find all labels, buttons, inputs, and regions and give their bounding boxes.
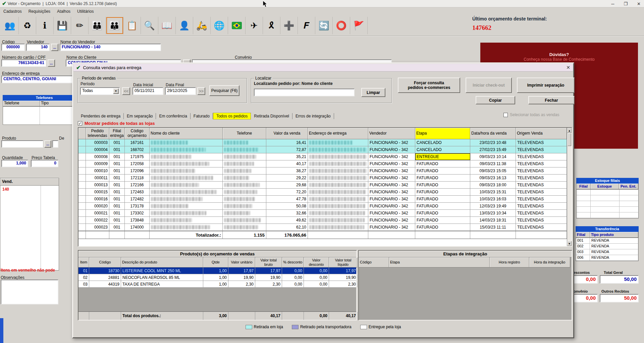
- order-row[interactable]: 00000800117197535,21FUNCIONARIO - 342ENT…: [78, 153, 567, 160]
- menu-atalhos[interactable]: Atalhos: [54, 8, 74, 15]
- produto-un-field[interactable]: [52, 140, 58, 148]
- prev-period-button[interactable]: <<: [122, 87, 130, 95]
- orders-col-header[interactable]: Origem Venda: [516, 128, 567, 139]
- product-row[interactable]: 0118730LISTERINE COOL MINT 250 ML1,0017,…: [78, 267, 356, 274]
- dart-icon[interactable]: ✈: [246, 17, 263, 34]
- order-row[interactable]: 00000400116870272,87FUNCIONARIO - 342CAN…: [78, 146, 567, 153]
- save-icon[interactable]: 💾: [54, 17, 71, 34]
- orders-col-header[interactable]: Código orçamento: [125, 128, 150, 139]
- produto-field[interactable]: [1, 140, 43, 148]
- orders-col-header[interactable]: Data/hora da venda: [470, 128, 516, 139]
- catalog-icon[interactable]: 📖: [158, 17, 176, 34]
- person-icon[interactable]: 👤: [176, 17, 193, 34]
- products-col-header[interactable]: Qtde: [203, 257, 228, 267]
- data-inicial-field[interactable]: 05/11/2021: [132, 87, 163, 95]
- produto-lookup-button[interactable]: ...: [44, 140, 51, 148]
- order-row[interactable]: 00002300117400062,10FUNCIONARIO - 342FAT…: [78, 224, 567, 231]
- orders-scrollbar[interactable]: ▲ ▼: [567, 128, 572, 246]
- close-button[interactable]: ✕: [637, 1, 641, 6]
- order-row[interactable]: 00001000117209638,27FUNCIONARIO - 342FAT…: [78, 167, 567, 175]
- vendedor-lookup-button[interactable]: ...: [51, 44, 58, 51]
- periodo-dropdown-arrow[interactable]: ▼: [113, 88, 119, 94]
- orders-col-header[interactable]: Filial entrega: [109, 128, 125, 139]
- integration-col-header[interactable]: Etapa: [389, 257, 490, 267]
- integration-col-header[interactable]: Código: [359, 257, 389, 267]
- products-col-header[interactable]: Valor total líquido: [329, 257, 358, 267]
- tab-em-confer-ncia[interactable]: Em conferência: [156, 113, 190, 119]
- dialog-close-button[interactable]: ✕: [566, 65, 570, 70]
- estoque-col-header[interactable]: Estoque: [591, 184, 619, 189]
- codigo-field[interactable]: 000000: [1, 44, 25, 51]
- orders-col-header[interactable]: Etapa: [415, 128, 470, 139]
- menu-cadastros[interactable]: Cadastros: [0, 8, 25, 15]
- preco-field[interactable]: 0: [31, 160, 58, 167]
- scroll-down-arrow[interactable]: ▼: [567, 241, 572, 246]
- pesquisar-button[interactable]: Pesquisar (F6): [209, 85, 239, 96]
- transferencia-row[interactable]: 002REVENDA: [576, 244, 638, 249]
- localizar-input[interactable]: [254, 89, 355, 96]
- copy-doc-icon[interactable]: 📋: [123, 17, 141, 34]
- next-period-button[interactable]: >>: [197, 87, 205, 95]
- products-col-header[interactable]: Código: [89, 257, 121, 267]
- iniciar-checkout-button[interactable]: Iniciar check-out: [466, 78, 512, 93]
- transferencia-row[interactable]: 003REVENDA: [576, 249, 638, 255]
- brazil-flag-icon[interactable]: [228, 17, 246, 34]
- sync-green-icon[interactable]: ♻: [19, 17, 36, 34]
- vendedor-field[interactable]: 140: [26, 44, 50, 51]
- group-selected-icon[interactable]: 👪: [106, 17, 123, 34]
- estoque-col-header[interactable]: Pen. Ent.: [619, 184, 638, 189]
- products-col-header[interactable]: Descrição do produto: [121, 257, 203, 267]
- globe-icon[interactable]: 🌐: [211, 17, 228, 34]
- tab-em-separa-o[interactable]: Em separação: [124, 113, 156, 119]
- scroll-thumb[interactable]: [568, 133, 571, 146]
- order-row[interactable]: 00001100117211829,22FUNCIONARIO - 342FAT…: [78, 175, 567, 182]
- orders-col-header[interactable]: Pedido televendas: [86, 128, 109, 139]
- scroll-up-arrow[interactable]: ▲: [567, 128, 572, 133]
- menu-requisições[interactable]: Requisições: [25, 8, 54, 15]
- transferencia-col-header[interactable]: Tipo produto: [590, 232, 638, 238]
- tab-erros-de-integra-o[interactable]: Erros de integração: [292, 113, 334, 119]
- nome-vendedor-field[interactable]: FUNCIONARIO - 140: [60, 44, 161, 51]
- products-col-header[interactable]: % desconto: [282, 257, 304, 267]
- order-row[interactable]: 00000900117205840,17FUNCIONARIO - 342FAT…: [78, 160, 567, 167]
- order-row[interactable]: 00002000117317850,08FUNCIONARIO - 342FAT…: [78, 203, 567, 210]
- transferencia-col-header[interactable]: Filial: [576, 232, 590, 238]
- delivery-icon[interactable]: 🛵: [193, 17, 211, 34]
- estoque-col-header[interactable]: Filial: [577, 184, 591, 189]
- ring-icon[interactable]: ⭕: [333, 17, 350, 34]
- order-row[interactable]: 00001500117246372,20FUNCIONARIO - 342FAT…: [78, 189, 567, 196]
- maximize-button[interactable]: ❐: [624, 1, 628, 6]
- group-icon[interactable]: 👪: [89, 17, 106, 34]
- mostrar-pedidos-checkbox-box[interactable]: ✓: [78, 121, 82, 126]
- vend-header[interactable]: Vend.: [0, 178, 59, 186]
- cartao-field[interactable]: 766134343-61: [1, 59, 46, 67]
- observacoes-field[interactable]: [1, 280, 58, 304]
- quantidade-field[interactable]: 1,000: [1, 160, 28, 167]
- transferencia-row[interactable]: 001REVENDA: [576, 238, 638, 244]
- limpar-button[interactable]: Limpar: [361, 88, 385, 97]
- order-row[interactable]: 00002100117330232,66FUNCIONARIO - 342FAT…: [78, 210, 567, 217]
- orders-col-header[interactable]: Nome do cliente: [150, 128, 223, 139]
- product-row[interactable]: 0224881NEOCOFLAN AEROSOL 85 ML1,0019,901…: [78, 274, 356, 281]
- order-row[interactable]: 00001300117216629,68FUNCIONARIO - 342FAT…: [78, 182, 567, 189]
- search-icon[interactable]: 🔍: [141, 17, 158, 34]
- tab-pendentes-de-entrega[interactable]: Pendentes de entrega: [78, 113, 124, 119]
- forcar-consulta-button[interactable]: Forçar consultapedidos e-commerces: [398, 78, 460, 93]
- order-row[interactable]: 00000300116716116,41FUNCIONARIO - 342CAN…: [78, 139, 567, 146]
- fechar-button[interactable]: Fechar: [528, 96, 575, 104]
- products-col-header[interactable]: Valor total bruto: [255, 257, 282, 267]
- selecionar-todas-checkbox[interactable]: Selecionar todas as vendas: [503, 112, 559, 117]
- products-col-header[interactable]: Valor unitário: [228, 257, 255, 267]
- imprimir-separacao-button[interactable]: Imprimir separação: [517, 78, 575, 93]
- integration-col-header[interactable]: Hora da integração: [529, 257, 570, 267]
- product-row[interactable]: 0344319TAXA DE ENTREGA1,002,302,300,000,…: [78, 281, 356, 288]
- copiar-button[interactable]: Copiar: [476, 96, 515, 104]
- mostrar-pedidos-checkbox[interactable]: ✓ Mostrar pedidos de todas as lojas: [78, 121, 155, 126]
- transferencia-row[interactable]: 006REVENDA: [576, 255, 638, 261]
- tab-retirada-dispon-vel[interactable]: Retirada Disponível: [251, 113, 292, 119]
- tab-faturado[interactable]: Faturado: [191, 113, 213, 119]
- products-col-header[interactable]: Valor desconto: [304, 257, 329, 267]
- orders-col-header[interactable]: Vendedor: [368, 128, 415, 139]
- tab-todos-os-pedidos[interactable]: Todos os pedidos: [213, 113, 251, 119]
- minimize-button[interactable]: ─: [611, 1, 614, 6]
